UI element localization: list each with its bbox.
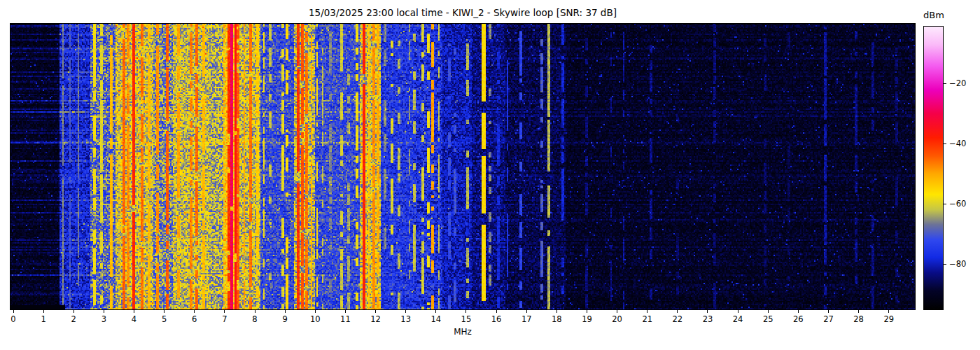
x-tick-mark <box>465 310 466 313</box>
x-tick-mark <box>194 310 195 313</box>
x-tick-label: 20 <box>612 314 622 324</box>
x-tick-label: 12 <box>370 314 381 324</box>
x-tick-mark <box>255 310 255 313</box>
spectrogram-heatmap <box>10 24 915 309</box>
x-tick-mark <box>798 310 799 313</box>
x-tick-label: 19 <box>582 314 592 324</box>
x-tick-mark <box>647 310 648 313</box>
x-tick-label: 8 <box>252 314 257 324</box>
x-tick-label: 18 <box>552 314 562 324</box>
x-tick-mark <box>164 310 164 313</box>
x-tick-mark <box>13 310 14 313</box>
colorbar-tick-label: −20 <box>949 78 966 88</box>
x-tick-label: 28 <box>853 314 864 324</box>
x-tick-label: 0 <box>10 314 15 324</box>
x-tick-mark <box>888 310 889 313</box>
x-tick-label: 7 <box>222 314 227 324</box>
colorbar-tick-label: −60 <box>949 199 966 209</box>
x-tick-label: 11 <box>340 314 351 324</box>
x-tick-mark <box>738 310 738 313</box>
x-tick-mark <box>587 310 587 313</box>
x-tick-label: 29 <box>883 314 894 324</box>
colorbar-tick-mark <box>944 264 946 265</box>
x-tick-mark <box>104 310 104 313</box>
x-tick-label: 15 <box>461 314 472 324</box>
colorbar-tick-mark <box>944 144 946 144</box>
x-tick-mark <box>74 310 74 313</box>
colorbar <box>923 26 944 310</box>
x-tick-mark <box>768 310 769 313</box>
x-tick-label: 13 <box>400 314 411 324</box>
x-tick-label: 25 <box>763 314 774 324</box>
x-tick-label: 22 <box>673 314 683 324</box>
x-tick-label: 2 <box>71 314 76 324</box>
x-tick-mark <box>345 310 346 313</box>
x-tick-label: 4 <box>132 314 136 324</box>
x-tick-label: 24 <box>733 314 743 324</box>
x-tick-label: 6 <box>192 314 197 324</box>
colorbar-tick-label: −40 <box>949 139 966 148</box>
x-tick-label: 21 <box>642 314 652 324</box>
x-tick-mark <box>858 310 859 313</box>
colorbar-tick-label: −80 <box>949 259 966 269</box>
x-tick-mark <box>677 310 678 313</box>
x-tick-label: 14 <box>430 314 441 324</box>
x-tick-mark <box>375 310 376 313</box>
x-tick-mark <box>134 310 134 313</box>
x-tick-mark <box>556 310 557 313</box>
x-tick-mark <box>43 310 44 313</box>
spectrogram-figure: 15/03/2025 23:00 local time - KIWI_2 - S… <box>0 0 980 350</box>
x-tick-mark <box>526 310 527 313</box>
x-tick-label: 17 <box>522 314 532 324</box>
x-tick-mark <box>496 310 497 313</box>
x-tick-label: 26 <box>793 314 804 324</box>
x-tick-label: 9 <box>282 314 287 324</box>
x-tick-label: 16 <box>491 314 502 324</box>
x-tick-mark <box>828 310 829 313</box>
x-tick-mark <box>224 310 225 313</box>
colorbar-tick-mark <box>944 204 946 204</box>
x-tick-label: 10 <box>310 314 321 324</box>
x-tick-label: 27 <box>823 314 834 324</box>
x-tick-mark <box>285 310 286 313</box>
x-tick-label: 1 <box>41 314 46 324</box>
x-tick-label: 5 <box>162 314 167 324</box>
x-tick-label: 3 <box>102 314 106 324</box>
plot-area <box>10 23 916 310</box>
x-tick-mark <box>617 310 617 313</box>
x-tick-label: 23 <box>703 314 713 324</box>
x-tick-mark <box>315 310 316 313</box>
x-tick-mark <box>405 310 406 313</box>
x-tick-mark <box>707 310 708 313</box>
chart-title: 15/03/2025 23:00 local time - KIWI_2 - S… <box>10 7 916 18</box>
colorbar-tick-mark <box>944 83 946 84</box>
colorbar-unit-label: dBm <box>916 10 952 20</box>
x-tick-mark <box>435 310 436 313</box>
x-axis-label: MHz <box>10 327 916 337</box>
